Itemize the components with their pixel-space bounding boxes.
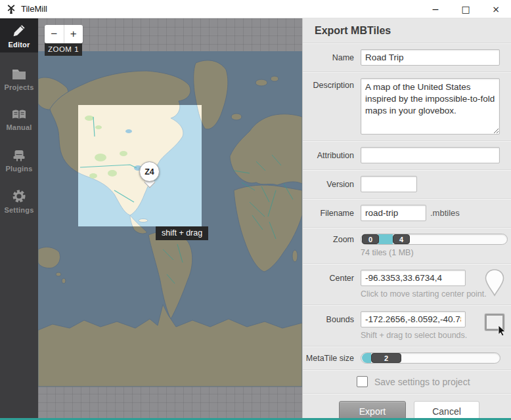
zoom-level-label: ZOOM 1 xyxy=(45,43,82,56)
attribution-row: Attribution xyxy=(303,141,511,170)
description-label: Description xyxy=(303,78,354,90)
version-label: Version xyxy=(303,180,354,189)
filename-row: Filename .mbtiles xyxy=(303,199,511,228)
center-marker-pin[interactable]: Z4 xyxy=(139,161,160,186)
maximize-button[interactable]: □ xyxy=(451,0,481,18)
metatile-label: MetaTile size xyxy=(303,354,354,363)
tilemill-logo-icon xyxy=(6,4,16,14)
zoom-range-fill xyxy=(378,234,393,244)
export-panel: Export MBTiles Name Description A map of… xyxy=(302,18,511,418)
book-icon xyxy=(11,108,28,121)
save-settings-row: Save settings to project xyxy=(303,370,511,394)
save-settings-checkbox[interactable] xyxy=(357,376,368,387)
pencil-icon xyxy=(11,23,27,39)
attribution-input[interactable] xyxy=(361,147,500,163)
marker-label: Z4 xyxy=(139,161,160,182)
save-settings-label: Save settings to project xyxy=(374,377,470,387)
minimize-button[interactable]: − xyxy=(420,0,451,18)
app-identity: TileMill xyxy=(0,4,47,14)
metatile-slider[interactable]: 2 xyxy=(361,352,500,364)
window-title: TileMill xyxy=(21,4,47,14)
shift-drag-tooltip: shift + drag xyxy=(156,226,208,240)
plug-icon xyxy=(11,148,27,163)
zoom-out-button[interactable]: − xyxy=(45,25,64,43)
metatile-handle[interactable]: 2 xyxy=(371,353,401,363)
sidebar-item-editor[interactable]: Editor xyxy=(0,18,38,52)
sidebar: Editor Projects Manual Plugins xyxy=(0,18,38,420)
version-row: Version xyxy=(303,170,511,199)
sidebar-item-label: Manual xyxy=(6,123,32,131)
panel-title: Export MBTiles xyxy=(303,18,511,43)
center-input[interactable] xyxy=(361,270,466,286)
metatile-row: MetaTile size 2 xyxy=(303,346,511,370)
filename-input[interactable] xyxy=(361,205,426,221)
name-input[interactable] xyxy=(361,49,500,66)
close-button[interactable]: × xyxy=(481,0,511,18)
attribution-label: Attribution xyxy=(303,151,354,160)
description-textarea[interactable]: A map of the United States inspired by t… xyxy=(361,78,500,135)
zoom-in-button[interactable]: + xyxy=(64,25,83,43)
bounds-label: Bounds xyxy=(303,311,354,324)
center-label: Center xyxy=(303,270,354,283)
export-button[interactable]: Export xyxy=(339,401,406,420)
sidebar-item-manual[interactable]: Manual xyxy=(0,102,38,136)
zoom-min-handle[interactable]: 0 xyxy=(362,234,379,244)
cancel-button[interactable]: Cancel xyxy=(414,401,479,420)
metatile-fill xyxy=(362,353,371,363)
sidebar-item-settings[interactable]: Settings xyxy=(0,184,38,218)
center-pin-icon xyxy=(485,268,504,300)
bounds-box-icon xyxy=(485,314,504,331)
zoom-range-slider[interactable]: 0 4 xyxy=(361,234,508,245)
zoom-row: Zoom 0 4 74 tiles (1 MB) xyxy=(303,228,511,264)
center-row: Center Click to move starting center poi… xyxy=(303,264,511,305)
map-canvas[interactable]: − + ZOOM 1 Z4 shift + drag xyxy=(38,18,302,420)
version-input[interactable] xyxy=(361,176,417,192)
name-row: Name xyxy=(303,43,511,72)
filename-extension: .mbtiles xyxy=(430,208,460,218)
sidebar-item-label: Settings xyxy=(5,206,34,214)
title-bar: TileMill − □ × xyxy=(0,0,511,18)
center-hint: Click to move starting center point. xyxy=(361,289,487,299)
world-map xyxy=(38,18,302,420)
zoom-max-handle[interactable]: 4 xyxy=(393,234,410,244)
zoom-label: Zoom xyxy=(303,234,354,244)
bounds-row: Bounds Shift + drag to select bounds. xyxy=(303,305,511,346)
bounds-hint: Shift + drag to select bounds. xyxy=(361,331,467,340)
sidebar-item-plugins[interactable]: Plugins xyxy=(0,143,38,177)
cursor-icon xyxy=(498,326,507,336)
gear-icon xyxy=(11,188,27,204)
name-label: Name xyxy=(303,53,354,62)
tile-count-info: 74 tiles (1 MB) xyxy=(361,248,508,257)
map-zoom-control: − + ZOOM 1 xyxy=(45,25,83,56)
sidebar-item-projects[interactable]: Projects xyxy=(0,62,38,96)
sidebar-item-label: Editor xyxy=(9,41,30,49)
sidebar-item-label: Projects xyxy=(4,83,33,91)
sidebar-item-label: Plugins xyxy=(5,165,32,173)
filename-label: Filename xyxy=(303,209,354,218)
folder-icon xyxy=(11,67,28,81)
description-row: Description A map of the United States i… xyxy=(303,72,511,141)
bounds-input[interactable] xyxy=(361,311,466,327)
action-buttons-row: Export Cancel xyxy=(303,394,511,420)
